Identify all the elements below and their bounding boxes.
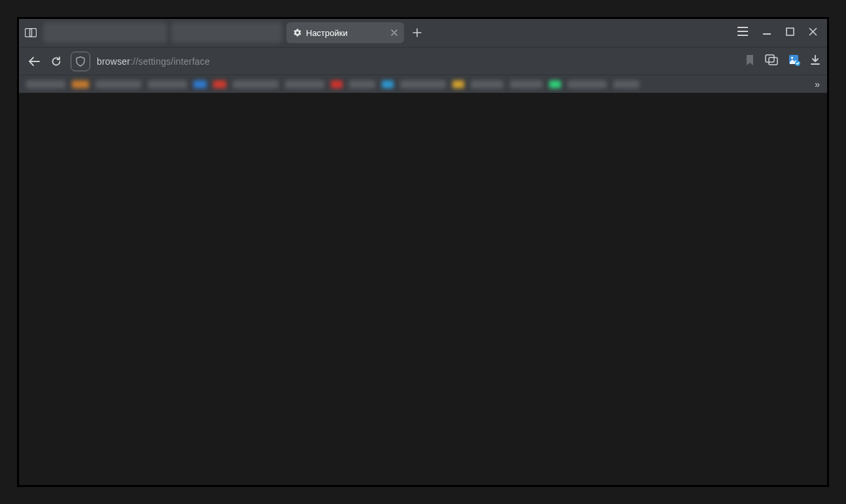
svg-point-6 bbox=[791, 56, 793, 58]
maximize-button[interactable] bbox=[786, 27, 794, 39]
menu-icon[interactable] bbox=[737, 27, 748, 39]
picture-sync-icon[interactable] bbox=[788, 54, 800, 69]
svg-rect-1 bbox=[30, 29, 37, 37]
toolbar: browser://settings/interface bbox=[18, 47, 828, 75]
svg-rect-2 bbox=[787, 28, 794, 35]
svg-rect-3 bbox=[766, 55, 774, 62]
new-tab-button[interactable] bbox=[408, 24, 426, 42]
back-button[interactable] bbox=[26, 54, 42, 69]
panel-toggle-icon[interactable] bbox=[22, 24, 39, 41]
minimize-button[interactable] bbox=[762, 27, 771, 39]
tab-active[interactable]: Настройки bbox=[286, 22, 404, 43]
gear-icon bbox=[293, 28, 302, 37]
tab-label: Настройки bbox=[306, 28, 386, 38]
downloads-icon[interactable] bbox=[811, 55, 820, 68]
url-bar[interactable]: browser://settings/interface bbox=[71, 52, 739, 71]
close-window-button[interactable] bbox=[809, 27, 817, 39]
feedback-icon[interactable] bbox=[765, 54, 778, 69]
bookmarks-overflow-icon[interactable]: » bbox=[815, 79, 820, 90]
url-text: browser://settings/interface bbox=[97, 56, 210, 67]
svg-rect-0 bbox=[25, 29, 32, 37]
bookmarks-bar: » bbox=[18, 75, 828, 93]
tab-close-icon[interactable] bbox=[391, 28, 398, 38]
window-titlebar: Настройки bbox=[18, 18, 828, 47]
bookmark-flag-icon[interactable] bbox=[745, 54, 754, 69]
reload-button[interactable] bbox=[48, 54, 64, 69]
site-info-icon[interactable] bbox=[71, 52, 90, 71]
svg-rect-4 bbox=[769, 58, 777, 65]
tab-blurred-1[interactable] bbox=[43, 22, 167, 43]
tab-blurred-2[interactable] bbox=[171, 22, 282, 43]
